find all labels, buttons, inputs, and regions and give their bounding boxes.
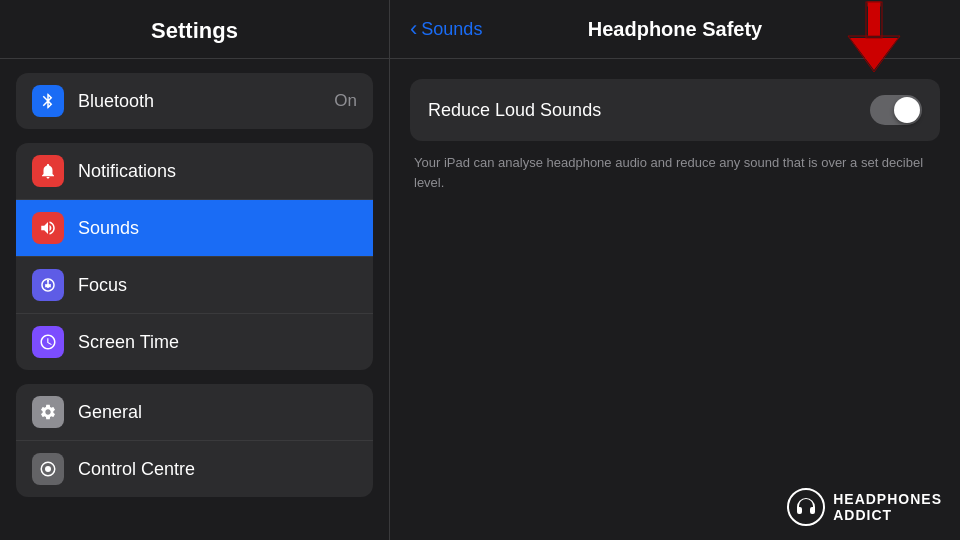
sounds-icon — [32, 212, 64, 244]
controlcentre-icon — [32, 453, 64, 485]
general-icon — [32, 396, 64, 428]
sidebar-title: Settings — [0, 0, 389, 59]
sidebar-item-notifications[interactable]: Notifications — [16, 143, 373, 199]
sidebar-group-1: Bluetooth On — [16, 73, 373, 129]
sidebar-item-focus[interactable]: Focus — [16, 256, 373, 313]
sidebar-group-2: Notifications Sounds Focus — [16, 143, 373, 370]
svg-marker-4 — [850, 38, 898, 70]
screentime-label: Screen Time — [78, 332, 357, 353]
svg-rect-3 — [868, 6, 880, 36]
sidebar-item-general[interactable]: General — [16, 384, 373, 440]
main-panel: ‹ Sounds Headphone Safety Reduce Loud So… — [390, 0, 960, 540]
notifications-icon — [32, 155, 64, 187]
sidebar-item-sounds[interactable]: Sounds — [16, 199, 373, 256]
focus-icon — [32, 269, 64, 301]
bluetooth-icon — [32, 85, 64, 117]
sidebar-item-bluetooth[interactable]: Bluetooth On — [16, 73, 373, 129]
svg-point-1 — [45, 466, 51, 472]
reduce-loud-sounds-row: Reduce Loud Sounds — [410, 79, 940, 141]
watermark: HEADPHONES ADDICT — [787, 488, 942, 526]
sidebar: Settings Bluetooth On Notifications — [0, 0, 390, 540]
back-chevron-icon: ‹ — [410, 16, 417, 42]
watermark-text: HEADPHONES ADDICT — [833, 491, 942, 523]
focus-label: Focus — [78, 275, 357, 296]
svg-rect-2 — [868, 2, 880, 6]
bluetooth-label: Bluetooth — [78, 91, 334, 112]
red-arrow-icon — [840, 0, 910, 80]
page-title: Headphone Safety — [588, 18, 762, 41]
watermark-line2: ADDICT — [833, 507, 942, 523]
watermark-line1: HEADPHONES — [833, 491, 942, 507]
main-content: Reduce Loud Sounds Your iPad can analyse… — [390, 59, 960, 540]
reduce-loud-sounds-label: Reduce Loud Sounds — [428, 100, 601, 121]
toggle-thumb — [894, 97, 920, 123]
back-label: Sounds — [421, 19, 482, 40]
sounds-label: Sounds — [78, 218, 357, 239]
headphones-addict-icon — [787, 488, 825, 526]
screentime-icon — [32, 326, 64, 358]
sidebar-item-screentime[interactable]: Screen Time — [16, 313, 373, 370]
bluetooth-value: On — [334, 91, 357, 111]
notifications-label: Notifications — [78, 161, 357, 182]
reduce-loud-sounds-description: Your iPad can analyse headphone audio an… — [410, 153, 940, 192]
back-button[interactable]: ‹ Sounds — [410, 16, 482, 42]
sidebar-group-3: General Control Centre — [16, 384, 373, 497]
controlcentre-label: Control Centre — [78, 459, 357, 480]
sidebar-item-controlcentre[interactable]: Control Centre — [16, 440, 373, 497]
reduce-loud-sounds-toggle[interactable] — [870, 95, 922, 125]
general-label: General — [78, 402, 357, 423]
